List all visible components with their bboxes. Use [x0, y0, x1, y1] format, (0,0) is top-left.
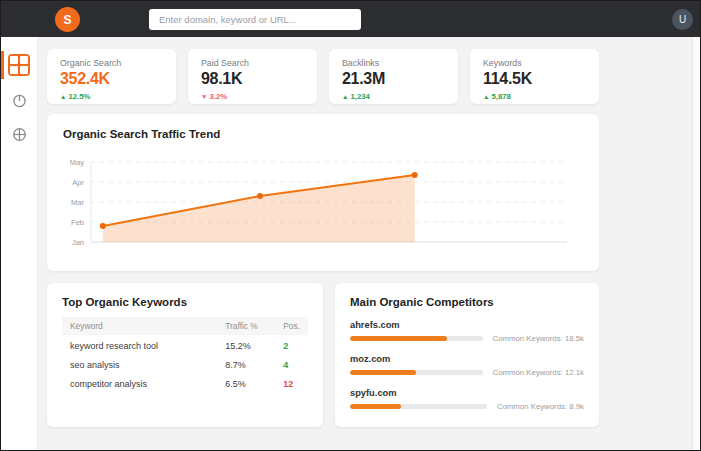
svg-text:Feb: Feb	[71, 218, 84, 227]
trend-chart-title: Organic Search Traffic Trend	[63, 128, 583, 140]
competitor-bar	[350, 404, 487, 409]
delta-down-icon: ▼	[201, 93, 207, 100]
column-header-traffic: Traffic %	[217, 317, 275, 335]
stat-delta: ▲1,234	[342, 92, 445, 101]
delta-up-icon: ▲	[342, 93, 348, 100]
topbar: S U	[1, 1, 700, 37]
competitor-row[interactable]: ahrefs.com Common Keywords: 18.5k	[350, 320, 584, 343]
keyword-cell: seo analysis	[62, 354, 217, 373]
top-keywords-card: Top Organic Keywords Keyword Traffic % P…	[47, 283, 323, 427]
stat-delta: ▲5,878	[483, 92, 586, 101]
competitor-domain: moz.com	[350, 354, 584, 364]
competitor-row[interactable]: moz.com Common Keywords: 12.1k	[350, 354, 584, 377]
common-keywords-label: Common Keywords: 18.5k	[493, 334, 584, 343]
competitor-bar-fill	[350, 370, 416, 375]
table-row[interactable]: competitor analysis 6.5% 12	[62, 373, 308, 392]
user-avatar[interactable]: U	[672, 9, 693, 30]
column-header-keyword: Keyword	[62, 317, 217, 335]
table-header-row: Keyword Traffic % Pos.	[62, 317, 308, 335]
stat-card-paid-search[interactable]: Paid Search 98.1K ▼3.2%	[188, 49, 317, 104]
sidebar-item-dashboard[interactable]	[1, 47, 37, 83]
traffic-cell: 6.5%	[217, 373, 275, 392]
sidebar-item-globe[interactable]	[1, 117, 37, 151]
table-row[interactable]: seo analysis 8.7% 4	[62, 354, 308, 373]
competitor-bar	[350, 336, 483, 341]
competitor-bar-fill	[350, 336, 447, 341]
stat-value: 352.4K	[60, 70, 163, 88]
stat-card-keywords[interactable]: Keywords 114.5K ▲5,878	[470, 49, 599, 104]
common-keywords-label: Common Keywords: 8.9k	[497, 402, 584, 411]
stat-label: Paid Search	[201, 58, 304, 68]
competitors-card-title: Main Organic Competitors	[350, 296, 584, 308]
bottom-row: Top Organic Keywords Keyword Traffic % P…	[47, 283, 599, 427]
scrollbar-track[interactable]	[692, 37, 700, 450]
stat-label: Keywords	[483, 58, 586, 68]
app-logo-letter: S	[63, 13, 71, 27]
stat-value: 98.1K	[201, 70, 304, 88]
keywords-card-title: Top Organic Keywords	[62, 296, 308, 308]
kpi-row: Organic Search 352.4K ▲12.5% Paid Search…	[47, 49, 599, 104]
app-window: S U	[0, 0, 701, 451]
stat-card-backlinks[interactable]: Backlinks 21.3M ▲1,234	[329, 49, 458, 104]
position-cell: 12	[275, 373, 308, 392]
competitor-bar	[350, 370, 483, 375]
column-header-pos: Pos.	[275, 317, 308, 335]
stat-value: 114.5K	[483, 70, 586, 88]
common-keywords-label: Common Keywords: 12.1k	[493, 368, 584, 377]
position-cell: 2	[275, 335, 308, 354]
stat-value: 21.3M	[342, 70, 445, 88]
competitor-domain: spyfu.com	[350, 388, 584, 398]
svg-text:Apr: Apr	[72, 178, 84, 187]
globe-icon	[12, 127, 27, 142]
keyword-cell: competitor analysis	[62, 373, 217, 392]
svg-text:Mar: Mar	[71, 198, 84, 207]
traffic-trend-card: Organic Search Traffic Trend MayAprMarFe…	[47, 114, 599, 271]
position-cell: 4	[275, 354, 308, 373]
search-input[interactable]	[149, 9, 361, 30]
delta-up-icon: ▲	[60, 93, 66, 100]
user-avatar-letter: U	[679, 14, 686, 25]
stat-card-organic-search[interactable]: Organic Search 352.4K ▲12.5%	[47, 49, 176, 104]
sidebar	[1, 37, 37, 450]
competitor-domain: ahrefs.com	[350, 320, 584, 330]
active-indicator	[1, 51, 4, 79]
delta-value: 12.5%	[68, 92, 90, 101]
delta-value: 1,234	[350, 92, 370, 101]
competitor-row[interactable]: spyfu.com Common Keywords: 8.9k	[350, 388, 584, 411]
delta-value: 5,878	[491, 92, 511, 101]
table-row[interactable]: keyword research tool 15.2% 2	[62, 335, 308, 354]
stat-label: Backlinks	[342, 58, 445, 68]
keywords-table: Keyword Traffic % Pos. keyword research …	[62, 317, 308, 392]
svg-text:Jan: Jan	[72, 238, 84, 247]
competitor-bar-fill	[350, 404, 401, 409]
competitors-card: Main Organic Competitors ahrefs.com Comm…	[335, 283, 599, 427]
traffic-cell: 8.7%	[217, 354, 275, 373]
trend-chart-svg: MayAprMarFebJan	[63, 142, 583, 256]
delta-up-icon: ▲	[483, 93, 489, 100]
stat-delta: ▲12.5%	[60, 92, 163, 101]
traffic-cell: 15.2%	[217, 335, 275, 354]
keyword-cell: keyword research tool	[62, 335, 217, 354]
stat-delta: ▼3.2%	[201, 92, 304, 101]
delta-value: 3.2%	[209, 92, 227, 101]
app-logo[interactable]: S	[55, 7, 80, 32]
power-icon	[12, 93, 27, 108]
stat-label: Organic Search	[60, 58, 163, 68]
svg-text:May: May	[70, 158, 84, 167]
dashboard-grid-icon	[8, 54, 30, 76]
main-content: Organic Search 352.4K ▲12.5% Paid Search…	[37, 37, 692, 450]
sidebar-item-power[interactable]	[1, 83, 37, 117]
